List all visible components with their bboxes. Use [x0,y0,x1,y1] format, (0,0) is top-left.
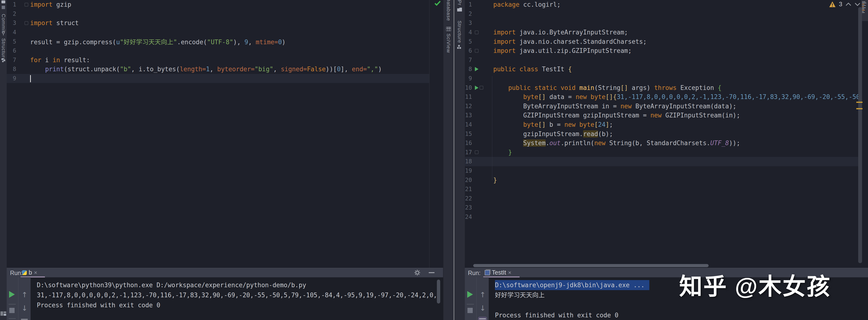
line-number[interactable]: 1 [465,1,472,8]
stop-button[interactable] [467,308,473,313]
line-number[interactable]: 4 [465,29,472,36]
line-number[interactable]: 8 [465,66,472,72]
line-number[interactable]: 9 [7,75,16,82]
fold-icon[interactable] [475,49,478,53]
next-occurrence-icon[interactable]: ↓ [22,304,28,312]
gutter-icons[interactable] [472,49,493,53]
line-number[interactable]: 11 [465,93,472,100]
code-token [493,149,508,156]
code-line: 13 GZIPInputStream gzipInputStream = new… [465,111,860,120]
java-editor[interactable]: 1package cc.logirl;234import java.io.Byt… [465,0,860,264]
line-number[interactable]: 7 [7,57,16,63]
fold-icon[interactable] [479,86,483,89]
close-icon[interactable]: × [34,269,37,276]
gutter-icons[interactable] [472,150,493,154]
sidebar-item-commit[interactable]: Commit [1,14,6,32]
chevron-up-icon[interactable] [845,3,851,6]
bottom-toolwindow-icon[interactable] [0,311,6,316]
warning-stripe-mark[interactable] [856,108,863,109]
line-number[interactable]: 19 [465,167,472,174]
line-number[interactable]: 14 [465,121,472,128]
editor-scrollbar[interactable] [858,7,862,263]
code-line: 21 [465,185,860,194]
gutter-icons[interactable] [16,21,30,25]
bookmark-icon[interactable] [2,6,5,9]
line-number[interactable]: 17 [465,149,472,156]
rerun-button[interactable] [467,291,473,298]
code-token: import [493,38,516,45]
line-number[interactable]: 12 [465,103,472,110]
line-number[interactable]: 13 [465,112,472,119]
line-number[interactable]: 15 [465,130,472,137]
run-gutter-icon[interactable] [475,86,478,90]
console-scrollbar[interactable] [437,280,440,303]
inspections-ok-check-icon[interactable] [434,0,441,6]
horizontal-scrollbar[interactable] [473,264,709,267]
gutter-icons[interactable] [472,67,493,71]
line-number[interactable]: 5 [7,38,16,45]
chevron-down-icon[interactable] [855,3,860,6]
code-text: print(struct.unpack("b", i.to_bytes(leng… [30,65,430,73]
rerun-button[interactable] [9,291,15,298]
gutter-icons[interactable] [16,3,30,6]
structure-icon[interactable] [1,58,5,62]
line-number[interactable]: 16 [465,140,472,146]
line-number[interactable]: 18 [465,158,472,165]
run-tab-b[interactable]: b × [22,269,37,276]
soft-wrap-toggle-active[interactable] [478,317,487,320]
line-number[interactable]: 20 [465,177,472,183]
fold-icon[interactable] [475,150,478,154]
close-icon[interactable]: × [508,269,512,276]
inspection-widget[interactable]: 3 [829,0,860,8]
run-tab-testit[interactable]: TestIt × [485,269,512,276]
prev-occurrence-icon[interactable]: ↑ [479,291,486,299]
code-line: 23 [465,203,860,212]
structure-icon[interactable] [457,45,461,49]
line-number[interactable]: 7 [465,57,472,63]
console-line: 31,-117,8,0,0,0,0,0,2,-1,123,-70,116,-17… [37,290,438,300]
code-line: 7for i in result: [7,56,430,65]
line-number[interactable]: 2 [7,10,16,17]
gear-icon[interactable] [414,270,420,275]
gutter-icons[interactable] [472,31,493,34]
sidebar-item-sciview[interactable]: SciView [446,33,452,53]
minimize-icon[interactable] [429,272,434,273]
line-number[interactable]: 3 [7,20,16,26]
line-number[interactable]: 5 [465,38,472,45]
project-folder-icon[interactable] [1,0,5,3]
sidebar-item-database[interactable]: Database [446,0,452,21]
fold-icon[interactable] [475,31,478,34]
fold-icon[interactable] [25,21,28,25]
commit-icon[interactable] [1,32,5,35]
sciview-table-icon[interactable] [446,27,451,31]
prev-occurrence-icon[interactable]: ↑ [22,291,28,299]
line-number[interactable]: 6 [465,47,472,54]
line-number[interactable]: 24 [465,213,472,220]
line-number[interactable]: 6 [7,47,16,54]
line-number[interactable]: 3 [465,20,472,26]
code-token: } [493,176,497,184]
line-number[interactable]: 22 [465,195,472,202]
stop-button[interactable] [9,308,14,313]
sidebar-item-structure[interactable]: Structure [1,38,6,61]
python-console[interactable]: D:\software\python39\python.exe D:/works… [31,277,438,320]
sidebar-item-structure[interactable]: Structure [457,21,462,43]
soft-wrap-icon[interactable] [21,318,28,320]
line-number[interactable]: 4 [7,29,16,36]
python-editor[interactable]: 1import gzip23import struct45result = gz… [7,0,430,268]
line-number[interactable]: 23 [465,204,472,211]
gutter-icons[interactable] [472,86,493,90]
line-number[interactable]: 2 [465,10,472,17]
sidebar-item-project[interactable]: Pr [457,0,462,5]
fold-icon[interactable] [25,3,28,6]
code-token: (struct.unpack( [64,65,120,73]
run-gutter-icon[interactable] [475,67,478,71]
next-occurrence-icon[interactable]: ↓ [479,304,486,312]
project-folder-icon[interactable] [457,8,462,11]
line-number[interactable]: 1 [7,1,16,8]
warning-stripe-mark[interactable] [856,101,863,103]
line-number[interactable]: 10 [465,84,472,91]
line-number[interactable]: 9 [465,75,472,82]
line-number[interactable]: 8 [7,66,16,72]
line-number[interactable]: 21 [465,186,472,193]
